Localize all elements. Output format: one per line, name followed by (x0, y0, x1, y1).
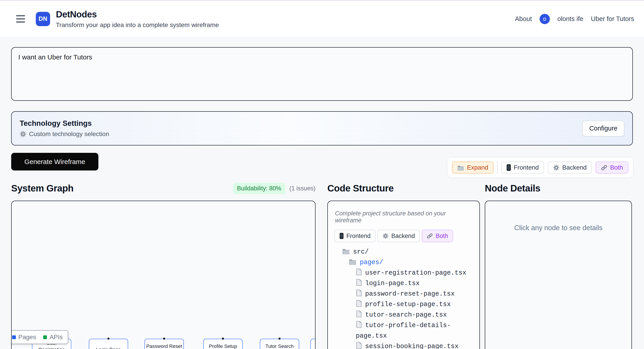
gear-icon (382, 233, 389, 239)
file-icon (356, 279, 362, 286)
buildability-badge: Buildability: 80% (233, 183, 285, 194)
view-toolbar: Expand Frontend Backend Both (448, 158, 633, 177)
phone-icon (506, 164, 511, 171)
both-view-button[interactable]: Both (596, 162, 628, 174)
tree-file[interactable]: login-page.tsx (334, 278, 473, 289)
gear-icon (553, 164, 560, 171)
idea-prompt-input[interactable]: I want an Uber for Tutors (11, 47, 633, 101)
code-structure-panel: Complete project structure based on your… (327, 201, 480, 349)
file-icon (356, 289, 362, 297)
tree-file[interactable]: password-reset-page.tsx (334, 289, 473, 299)
tree-file[interactable]: session-booking-page.tsx (334, 341, 473, 349)
tree-file[interactable]: tutor-profile-details-page.tsx (334, 320, 473, 341)
graph-node-profile-setup[interactable]: Profile Setup Page (203, 339, 242, 349)
app-tagline: Transform your app idea into a complete … (56, 21, 219, 28)
username-label: olonts ife (558, 15, 584, 22)
tree-file[interactable]: tutor-search-page.tsx (334, 310, 473, 320)
legend-pages: Pages (12, 334, 36, 341)
folder-icon (349, 258, 356, 265)
node-details-empty-state: Click any node to see details (485, 224, 632, 232)
expand-button[interactable]: Expand (452, 162, 494, 174)
node-details-panel: Click any node to see details (485, 201, 632, 349)
header-nav: About o olonts ife Uber for Tutors (515, 14, 634, 24)
code-tab-frontend[interactable]: Frontend (334, 230, 376, 242)
generate-wireframe-button[interactable]: Generate Wireframe (11, 153, 98, 170)
apis-color-swatch (43, 335, 47, 339)
project-name-link[interactable]: Uber for Tutors (591, 15, 634, 22)
app-logo: DN (36, 12, 50, 26)
file-icon (356, 300, 362, 307)
file-icon (356, 321, 362, 328)
backend-view-button[interactable]: Backend (548, 162, 592, 174)
technology-settings-panel: Technology Settings Custom technology se… (11, 111, 633, 145)
issues-count-label: (1 issues) (289, 185, 316, 192)
graph-node-tutor-search[interactable]: Tutor Search Page (260, 339, 299, 349)
graph-legend: Pages APIs (11, 330, 68, 344)
folder-icon (457, 165, 464, 171)
code-structure-heading: Code Structure (327, 183, 394, 194)
app-header: DN DetNodes Transform your app idea into… (0, 1, 644, 37)
tree-file[interactable]: profile-setup-page.tsx (334, 299, 473, 310)
tree-folder-pages[interactable]: pages/ (334, 257, 473, 268)
configure-button[interactable]: Configure (582, 120, 624, 136)
app-title: DetNodes (56, 9, 219, 19)
code-structure-description: Complete project structure based on your… (335, 210, 473, 224)
technology-settings-title: Technology Settings (20, 119, 109, 128)
graph-node-password-reset[interactable]: Password Reset Page (144, 339, 184, 349)
legend-apis: APIs (43, 334, 62, 341)
frontend-view-button[interactable]: Frontend (501, 162, 544, 174)
file-tree: src/ pages/ user-registration-page.tsx l… (334, 247, 473, 349)
phone-icon (340, 233, 344, 239)
user-avatar[interactable]: o (540, 14, 550, 24)
link-icon (427, 233, 433, 239)
code-tab-backend[interactable]: Backend (378, 230, 420, 242)
toolbar-divider (497, 161, 498, 174)
tree-file[interactable]: user-registration-page.tsx (334, 268, 473, 278)
folder-icon (342, 248, 350, 255)
technology-settings-subtitle: Custom technology selection (29, 130, 109, 138)
code-tab-both[interactable]: Both (422, 230, 453, 242)
about-link[interactable]: About (515, 15, 532, 22)
graph-node-login[interactable]: Login Page (89, 339, 128, 349)
node-details-heading: Node Details (485, 183, 540, 194)
gear-icon (20, 131, 26, 137)
tree-folder-src[interactable]: src/ (334, 247, 473, 257)
hamburger-menu-icon[interactable] (16, 15, 25, 22)
graph-node-tutor-profile-details[interactable]: Tutor Profile Details Page (310, 339, 316, 349)
file-icon (356, 342, 362, 349)
pages-color-swatch (12, 335, 16, 339)
system-graph-heading: System Graph (11, 183, 74, 194)
system-graph-canvas[interactable]: Pages APIs User Registration Page Login … (11, 201, 316, 349)
file-icon (356, 268, 362, 276)
link-icon (601, 164, 607, 171)
file-icon (356, 310, 362, 318)
